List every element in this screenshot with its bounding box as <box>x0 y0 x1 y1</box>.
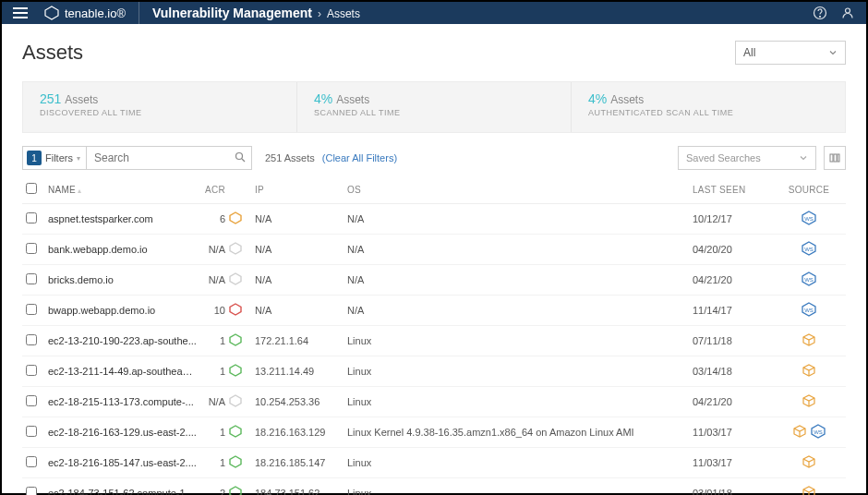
svg-text:WS: WS <box>814 429 823 435</box>
filter-box[interactable]: 1 Filters▾ <box>22 146 252 170</box>
ip-cell: 18.216.185.147 <box>251 448 344 478</box>
user-icon[interactable] <box>840 6 855 20</box>
last-seen-cell: 04/21/20 <box>689 387 772 417</box>
svg-point-3 <box>846 8 850 13</box>
row-checkbox[interactable] <box>26 365 37 376</box>
col-acr[interactable]: ACR <box>201 175 251 204</box>
os-cell: Linux <box>344 356 689 387</box>
table-row[interactable]: ec2-18-216-163-129.us-east-2.... 1 18.21… <box>22 417 846 448</box>
acr-cell: N/A <box>205 242 247 257</box>
source-cell <box>776 454 842 471</box>
svg-marker-27 <box>230 456 241 467</box>
source-icon-ws: WS <box>802 241 816 258</box>
source-icon-ws: WS <box>811 424 826 441</box>
col-name[interactable]: NAME▴ <box>44 175 201 204</box>
ip-cell: 172.21.1.64 <box>251 326 344 356</box>
acr-cell: 1 <box>205 364 247 379</box>
last-seen-cell: 11/03/17 <box>689 417 772 448</box>
source-cell: WS <box>776 241 842 258</box>
source-cell <box>776 485 842 495</box>
select-all-checkbox[interactable] <box>26 183 37 194</box>
svg-point-2 <box>820 17 821 18</box>
severity-icon <box>229 364 242 379</box>
source-cell: WS <box>776 424 842 441</box>
source-icon-ws: WS <box>802 272 816 288</box>
row-checkbox[interactable] <box>26 334 37 345</box>
source-cell <box>776 332 842 349</box>
result-count: 251 Assets <box>265 152 315 163</box>
row-checkbox[interactable] <box>26 395 37 406</box>
asset-name: bank.webapp.demo.io <box>48 244 198 255</box>
acr-cell: N/A <box>205 394 247 409</box>
brand-logo: tenable.io® <box>31 2 139 24</box>
col-last[interactable]: LAST SEEN <box>689 175 772 204</box>
column-settings-button[interactable] <box>824 146 846 170</box>
chevron-down-icon <box>799 153 808 163</box>
severity-icon <box>229 394 242 409</box>
table-row[interactable]: ec2-13-211-14-49.ap-southeast... 1 13.21… <box>22 356 846 387</box>
table-row[interactable]: aspnet.testsparker.com 6 N/A N/A 10/12/1… <box>22 204 846 235</box>
source-icon-cube <box>802 393 816 410</box>
col-source[interactable]: SOURCE <box>772 175 846 204</box>
acr-cell: N/A <box>205 272 247 287</box>
menu-button[interactable] <box>13 7 31 18</box>
acr-cell: 1 <box>205 455 247 470</box>
os-cell: N/A <box>344 296 689 326</box>
table-row[interactable]: bricks.demo.io N/A N/A N/A 04/21/20 WS <box>22 265 846 296</box>
ip-cell: 184.73.151.62 <box>251 478 344 496</box>
brand-text: tenable.io® <box>65 6 126 20</box>
source-cell: WS <box>776 272 842 288</box>
svg-marker-0 <box>45 6 58 19</box>
row-checkbox[interactable] <box>26 273 37 284</box>
row-checkbox[interactable] <box>26 426 37 437</box>
source-icon-cube <box>802 454 816 471</box>
row-checkbox[interactable] <box>26 456 37 467</box>
search-icon[interactable] <box>235 151 251 165</box>
severity-icon <box>229 272 242 287</box>
acr-cell: 10 <box>205 303 247 318</box>
table-row[interactable]: bwapp.webapp.demo.io 10 N/A N/A 11/14/17… <box>22 296 846 326</box>
source-cell <box>776 393 842 410</box>
os-cell: N/A <box>344 204 689 235</box>
source-icon-cube <box>802 363 816 380</box>
filter-label: Filters▾ <box>45 147 87 169</box>
severity-icon <box>229 211 242 226</box>
search-input[interactable] <box>87 147 235 169</box>
ip-cell: 10.254.253.36 <box>251 387 344 417</box>
table-row[interactable]: ec2-18-215-113-173.compute-... N/A 10.25… <box>22 387 846 417</box>
svg-marker-18 <box>230 304 241 315</box>
source-cell: WS <box>776 302 842 319</box>
os-cell: Linux <box>344 448 689 478</box>
table-row[interactable]: ec2-13-210-190-223.ap-southe... 1 172.21… <box>22 326 846 356</box>
row-checkbox[interactable] <box>26 212 37 223</box>
source-icon-ws: WS <box>802 302 816 319</box>
severity-icon <box>229 486 242 495</box>
os-cell: N/A <box>344 235 689 265</box>
clear-filters-link[interactable]: (Clear All Filters) <box>322 152 397 163</box>
asset-name: ec2-18-216-163-129.us-east-2.... <box>48 427 198 438</box>
col-ip[interactable]: IP <box>251 175 344 204</box>
os-cell: Linux <box>344 326 689 356</box>
help-icon[interactable] <box>813 6 827 20</box>
severity-icon <box>229 425 242 440</box>
table-row[interactable]: bank.webapp.demo.io N/A N/A N/A 04/20/20… <box>22 235 846 265</box>
os-cell: Linux Kernel 4.9.38-16.35.amzn1.x86_64 o… <box>344 417 689 448</box>
row-checkbox[interactable] <box>26 304 37 315</box>
row-checkbox[interactable] <box>26 243 37 254</box>
svg-marker-12 <box>230 243 241 254</box>
svg-rect-8 <box>838 154 839 162</box>
last-seen-cell: 03/14/18 <box>689 356 772 387</box>
source-cell <box>776 363 842 380</box>
stat-scanned: 4% Assets SCANNED ALL TIME <box>297 82 572 132</box>
col-os[interactable]: OS <box>344 175 689 204</box>
row-checkbox[interactable] <box>26 487 37 495</box>
asset-name: ec2-13-211-14-49.ap-southeast... <box>48 366 198 377</box>
table-row[interactable]: ec2-184-73-151-62.compute-1.... 2 184.73… <box>22 478 846 496</box>
saved-searches-select[interactable]: Saved Searches <box>678 146 816 170</box>
last-seen-cell: 11/03/17 <box>689 448 772 478</box>
breadcrumb: Vulnerability Management › Assets <box>139 6 360 20</box>
scope-select[interactable]: All <box>735 41 846 65</box>
table-row[interactable]: ec2-18-216-185-147.us-east-2.... 1 18.21… <box>22 448 846 478</box>
stat-discovered: 251 Assets DISCOVERED ALL TIME <box>23 82 297 132</box>
svg-marker-23 <box>230 395 241 406</box>
